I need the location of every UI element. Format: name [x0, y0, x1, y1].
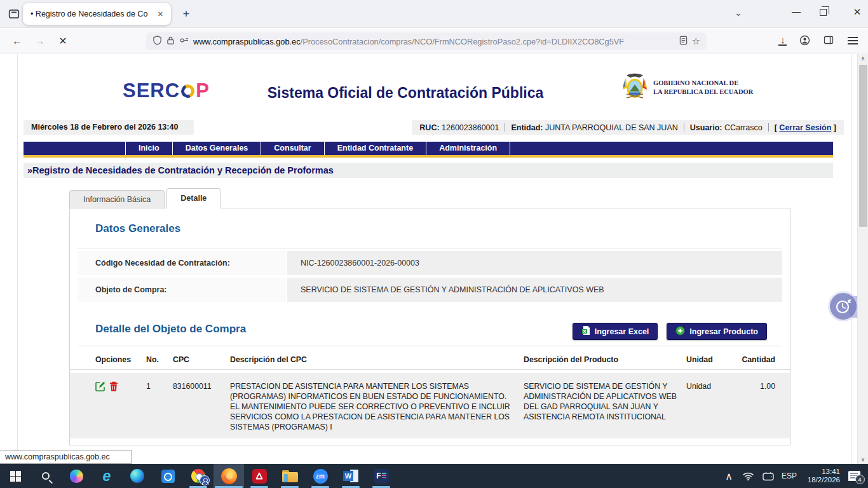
stop-button[interactable]: ✕ [55, 34, 71, 49]
plus-circle-icon [675, 326, 685, 337]
scroll-up-icon[interactable]: ∧ [858, 55, 868, 62]
codigo-necesidad-label: Código Necesidad de Contratación: [78, 251, 286, 275]
cell-cantidad: 1.00 [729, 381, 775, 438]
entity-value: JUNTA PARROQUIAL DE SAN JUAN [545, 123, 678, 132]
url-text: www.compraspublicas.gob.ec/ProcesoContra… [193, 37, 675, 46]
wifi-icon[interactable] [738, 464, 757, 488]
link-status-tooltip: www.compraspublicas.gob.ec [0, 450, 132, 464]
bookmark-star-icon[interactable]: ☆ [692, 36, 700, 47]
breadcrumb-title: »Registro de Necesidades de Contratación… [24, 163, 833, 178]
page-scrollbar[interactable]: ∧ ∨ [857, 54, 868, 464]
tab-title: • Registro de Necesidades de Co [31, 10, 155, 18]
scroll-down-icon[interactable]: ∨ [858, 456, 868, 463]
codigo-necesidad-row: Código Necesidad de Contratación: NIC-12… [78, 251, 782, 275]
address-bar[interactable]: www.compraspublicas.gob.ec/ProcesoContra… [146, 32, 707, 50]
tray-chevron-icon[interactable]: ∧ [721, 464, 737, 488]
list-tabs-chevron-icon[interactable]: ⌄ [735, 8, 742, 18]
header-no: No. [146, 350, 173, 369]
internet-explorer-icon: e [103, 469, 111, 484]
browser-tab[interactable]: • Registro de Necesidades de Co ✕ [23, 3, 171, 25]
firefox-view-icon[interactable] [6, 7, 22, 21]
permissions-icon[interactable] [179, 36, 189, 48]
back-button[interactable]: ← [9, 34, 25, 49]
shield-icon[interactable] [153, 36, 162, 48]
tab-close-icon[interactable]: ✕ [155, 9, 166, 20]
taskbar-clock[interactable]: 13:41 18/2/2026 [799, 464, 840, 488]
menu-hamburger-icon[interactable] [848, 37, 858, 46]
ruc-label: RUC: [419, 123, 439, 132]
taskbar-explorer-button[interactable] [275, 464, 305, 488]
entity-label: Entidad: [511, 123, 543, 132]
taskbar-outlook-button[interactable] [153, 464, 183, 488]
taskbar-firefox-button[interactable] [214, 464, 244, 488]
sercop-logo: SERCP [123, 79, 210, 102]
downloads-icon[interactable]: ↓ [776, 34, 789, 45]
delete-icon[interactable] [109, 381, 118, 394]
reader-view-icon[interactable] [679, 36, 688, 48]
word-icon: W [343, 469, 358, 483]
gov-line-1: GOBIERNO NACIONAL DE [653, 79, 738, 86]
session-bar: RUC: 1260023860001 Entidad: JUNTA PARROQ… [412, 120, 844, 135]
lock-icon[interactable] [166, 36, 175, 48]
header-cpc: CPC [173, 350, 230, 369]
edit-icon[interactable] [95, 381, 105, 394]
taskbar-search-button[interactable] [31, 464, 61, 488]
detail-panel: Datos Generales Código Necesidad de Cont… [69, 208, 790, 445]
nav-item-datos-generales[interactable]: Datos Generales [172, 142, 261, 155]
copilot-icon [70, 470, 83, 483]
taskbar-chrome-button[interactable] [183, 464, 214, 488]
gov-line-2: LA REPUBLICA DEL ECUADOR [653, 88, 753, 95]
taskbar-word-button[interactable]: W [336, 464, 366, 488]
sidebar-icon[interactable] [824, 35, 834, 48]
detalle-objeto-heading: Detalle del Objeto de Compra [95, 323, 246, 336]
table-row: 1 831600011 PRESTACION DE ASISTENCIA PAR… [70, 373, 790, 438]
taskbar-fes-button[interactable]: F [366, 464, 397, 488]
header-cantidad: Cantidad [729, 350, 775, 369]
sercop-logo-text-left: SERC [123, 79, 180, 102]
tab-detalle[interactable]: Detalle [166, 188, 220, 208]
logout-link[interactable]: Cerrar Sesión [779, 123, 831, 132]
tray-time: 13:41 [822, 468, 840, 476]
nav-item-inicio[interactable]: Inicio [125, 142, 172, 155]
nav-item-consultar[interactable]: Consultar [261, 142, 323, 155]
taskbar-acrobat-button[interactable] [244, 464, 275, 488]
cell-descripcion-producto: SERVICIO DE SISTEMA DE GESTIÓN Y ADMINIS… [524, 381, 686, 438]
window-close-button[interactable]: ✕ [848, 6, 867, 18]
taskbar-ie-button[interactable]: e [92, 464, 122, 488]
new-tab-button[interactable]: + [178, 6, 194, 23]
windows-logo-icon [10, 471, 21, 482]
timer-extension-icon[interactable] [830, 293, 857, 320]
taskbar-copilot-button[interactable] [61, 464, 92, 488]
acrobat-icon [252, 469, 267, 484]
language-indicator[interactable]: ESP [778, 464, 801, 488]
account-icon[interactable] [799, 35, 810, 48]
ingresar-producto-button[interactable]: Ingresar Producto [667, 323, 767, 340]
nav-item-entidad-contratante[interactable]: Entidad Contratante [324, 142, 426, 155]
taskbar-zoom-button[interactable]: zm [305, 464, 336, 488]
firefox-icon [221, 468, 237, 484]
cast-device-icon[interactable] [759, 464, 778, 488]
logout-bracket-close: ] [834, 123, 836, 132]
window-restore-button[interactable] [820, 9, 827, 16]
table-header-row: Opciones No. CPC Descripción del CPC Des… [70, 350, 790, 370]
ingresar-producto-label: Ingresar Producto [689, 327, 758, 336]
forward-button[interactable]: → [32, 34, 48, 49]
scrollbar-thumb[interactable] [859, 65, 867, 227]
tray-date: 18/2/2026 [808, 476, 840, 484]
logout-bracket-open: [ [775, 123, 777, 132]
objeto-compra-row: Objeto de Compra: SERVICIO DE SISTEMA DE… [78, 278, 782, 302]
tab-informacion-basica[interactable]: Información Básica [69, 190, 165, 208]
taskbar-edge-button[interactable] [122, 464, 153, 488]
start-button[interactable] [0, 464, 31, 488]
user-label: Usuario: [690, 123, 722, 132]
government-text: GOBIERNO NACIONAL DE LA REPUBLICA DEL EC… [653, 79, 753, 96]
ingresar-excel-button[interactable]: Ingresar Excel [573, 323, 658, 340]
objeto-compra-label: Objeto de Compra: [78, 278, 286, 302]
nav-item-administracion[interactable]: Administración [426, 142, 510, 155]
notification-center-button[interactable]: 4 [843, 464, 865, 488]
url-domain: www.compraspublicas.gob.ec [193, 37, 301, 46]
fes-app-icon: F [374, 469, 389, 484]
excel-file-icon [581, 325, 590, 337]
window-minimize-button[interactable]: — [787, 6, 806, 17]
objeto-compra-value: SERVICIO DE SISTEMA DE GESTIÓN Y ADMINIS… [287, 278, 782, 302]
